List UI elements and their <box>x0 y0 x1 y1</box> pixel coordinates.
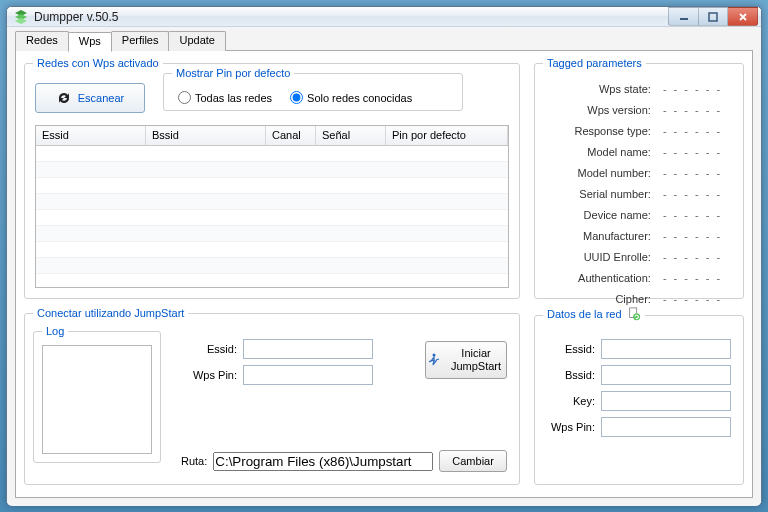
col-senal[interactable]: Señal <box>316 126 386 145</box>
tab-perfiles[interactable]: Perfiles <box>111 31 170 51</box>
table-row[interactable] <box>36 242 508 258</box>
essid-label: Essid: <box>181 343 237 355</box>
tab-redes[interactable]: Redes <box>15 31 69 51</box>
group-tagged-title: Tagged parameters <box>543 57 646 69</box>
svg-rect-0 <box>680 18 688 20</box>
scan-button[interactable]: Escanear <box>35 83 145 113</box>
table-row[interactable] <box>36 146 508 162</box>
tab-wps[interactable]: Wps <box>68 32 112 52</box>
ruta-label: Ruta: <box>181 455 207 467</box>
table-row[interactable] <box>36 194 508 210</box>
radio-known-label[interactable]: Solo redes conocidas <box>290 91 412 104</box>
table-row[interactable] <box>36 258 508 274</box>
group-log: Log <box>33 325 161 463</box>
datos-key-label: Key: <box>543 395 595 407</box>
datos-wpspin-input[interactable] <box>601 417 731 437</box>
table-row[interactable] <box>36 274 508 287</box>
group-redes-wps: Redes con Wps activado Escanear Mostrar … <box>24 57 520 299</box>
radio-all-label[interactable]: Todas las redes <box>178 91 272 104</box>
table-row[interactable] <box>36 226 508 242</box>
start-jumpstart-button[interactable]: Iniciar JumpStart <box>425 341 507 379</box>
col-canal[interactable]: Canal <box>266 126 316 145</box>
group-jumpstart: Conectar utilizando JumpStart Log Essid:… <box>24 307 520 485</box>
group-redes-title: Redes con Wps activado <box>33 57 163 69</box>
group-log-title: Log <box>42 325 68 337</box>
datos-essid-input[interactable] <box>601 339 731 359</box>
col-bssid[interactable]: Bssid <box>146 126 266 145</box>
radio-all[interactable] <box>178 91 191 104</box>
table-body <box>36 146 508 287</box>
wpspin-label: Wps Pin: <box>181 369 237 381</box>
tab-update[interactable]: Update <box>168 31 225 51</box>
scan-label: Escanear <box>78 92 124 104</box>
run-icon <box>426 352 442 368</box>
datos-key-input[interactable] <box>601 391 731 411</box>
group-tagged-params: Tagged parameters Wps state:- - - - - - … <box>534 57 744 299</box>
group-datos-title: Datos de la red <box>543 307 645 323</box>
networks-table[interactable]: Essid Bssid Canal Señal Pin por defecto <box>35 125 509 288</box>
window-title: Dumpper v.50.5 <box>34 10 668 24</box>
app-window: Dumpper v.50.5 Redes Wps Perfiles Update… <box>6 6 762 506</box>
table-row[interactable] <box>36 178 508 194</box>
essid-input[interactable] <box>243 339 373 359</box>
tab-strip: Redes Wps Perfiles Update <box>15 31 753 51</box>
minimize-button[interactable] <box>668 7 698 26</box>
table-header: Essid Bssid Canal Señal Pin por defecto <box>36 126 508 146</box>
log-textarea[interactable] <box>42 345 152 454</box>
ruta-input[interactable] <box>213 452 433 471</box>
document-refresh-icon <box>627 307 641 323</box>
svg-rect-1 <box>709 13 717 21</box>
app-icon <box>13 9 29 25</box>
group-jumpstart-title: Conectar utilizando JumpStart <box>33 307 188 319</box>
datos-wpspin-label: Wps Pin: <box>543 421 595 433</box>
datos-bssid-input[interactable] <box>601 365 731 385</box>
maximize-button[interactable] <box>698 7 728 26</box>
radio-known[interactable] <box>290 91 303 104</box>
start-jumpstart-label: Iniciar JumpStart <box>446 347 506 373</box>
cambiar-button[interactable]: Cambiar <box>439 450 507 472</box>
group-mostrar-pin: Mostrar Pin por defecto Todas las redes … <box>163 67 463 111</box>
col-essid[interactable]: Essid <box>36 126 146 145</box>
group-mostrar-title: Mostrar Pin por defecto <box>172 67 294 79</box>
tab-body: Redes con Wps activado Escanear Mostrar … <box>15 50 753 498</box>
refresh-icon <box>56 90 72 106</box>
titlebar: Dumpper v.50.5 <box>7 7 761 27</box>
client-area: Redes Wps Perfiles Update Redes con Wps … <box>7 27 761 506</box>
group-datos-red: Datos de la red Essid: Bssid: Key: Wps P… <box>534 307 744 485</box>
datos-essid-label: Essid: <box>543 343 595 355</box>
table-row[interactable] <box>36 162 508 178</box>
col-pin[interactable]: Pin por defecto <box>386 126 508 145</box>
tagged-table: Wps state:- - - - - - Wps version:- - - … <box>543 77 735 310</box>
datos-bssid-label: Bssid: <box>543 369 595 381</box>
table-row[interactable] <box>36 210 508 226</box>
wpspin-input[interactable] <box>243 365 373 385</box>
close-button[interactable] <box>728 7 758 26</box>
